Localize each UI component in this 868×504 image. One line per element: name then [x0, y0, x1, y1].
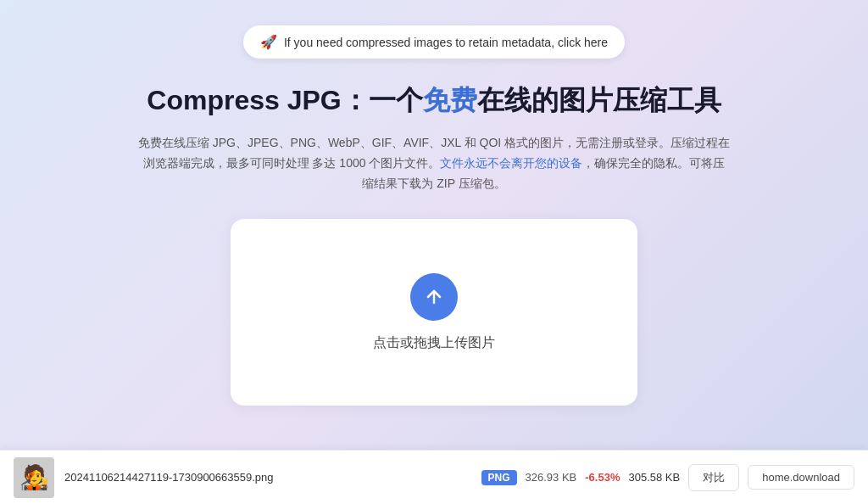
- subtitle-line2: 多达 1000 个图片文件。: [312, 156, 440, 170]
- subtitle-link[interactable]: 文件永远不会离开您的设备: [440, 156, 582, 170]
- title-suffix: 在线的图片压缩工具: [477, 85, 721, 115]
- bottom-bar: 🧑‍🎤 20241106214427119-1730900663559.png …: [0, 450, 868, 504]
- title-highlight: 免费: [423, 85, 477, 115]
- upload-arrow-icon: [424, 287, 444, 307]
- notification-text: If you need compressed images to retain …: [284, 36, 608, 49]
- page-title: Compress JPG：一个免费在线的图片压缩工具: [147, 82, 721, 120]
- rocket-icon: 🚀: [260, 34, 277, 50]
- file-meta: PNG 326.93 KB -6.53% 305.58 KB 对比 home.d…: [481, 464, 854, 491]
- notification-banner[interactable]: 🚀 If you need compressed images to retai…: [243, 25, 625, 59]
- format-badge: PNG: [481, 470, 517, 485]
- original-size: 326.93 KB: [526, 471, 577, 484]
- upload-label: 点击或拖拽上传图片: [373, 334, 495, 352]
- compare-button[interactable]: 对比: [688, 464, 739, 491]
- new-size: 305.58 KB: [628, 471, 680, 484]
- upload-area[interactable]: 点击或拖拽上传图片: [231, 219, 637, 406]
- file-thumbnail: 🧑‍🎤: [14, 457, 54, 498]
- filename: 20241106214427119-1730900663559.png: [64, 471, 319, 484]
- title-prefix: Compress JPG：一个: [147, 85, 422, 115]
- page-wrapper: 🚀 If you need compressed images to retai…: [0, 0, 868, 504]
- subtitle: 免费在线压缩 JPG、JPEG、PNG、WebP、GIF、AVIF、JXL 和 …: [137, 133, 731, 193]
- upload-button[interactable]: [410, 273, 458, 321]
- download-button[interactable]: home.download: [748, 465, 854, 490]
- savings-badge: -6.53%: [585, 471, 620, 484]
